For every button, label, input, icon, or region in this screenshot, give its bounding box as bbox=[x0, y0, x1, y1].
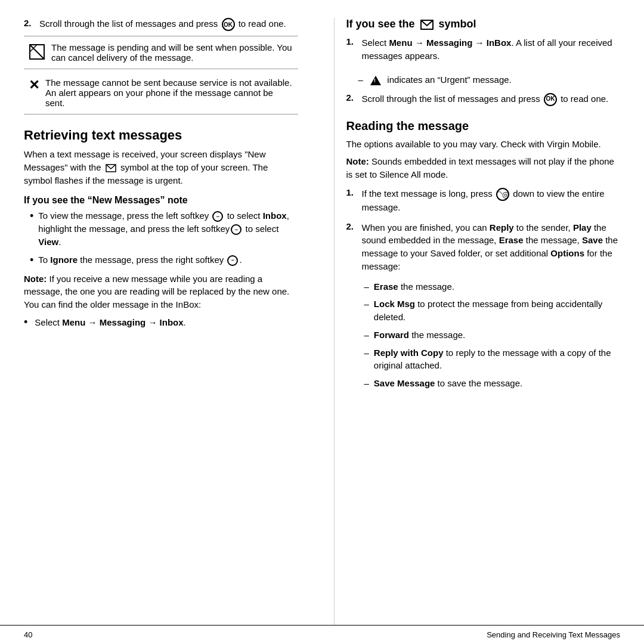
dash-sub: – bbox=[358, 75, 363, 85]
reading-step2-content: When you are finished, you can Reply to … bbox=[362, 221, 621, 273]
svg-line-1 bbox=[30, 45, 44, 59]
bullet-dot-2: • bbox=[30, 252, 33, 268]
reading-section-title: Reading the message bbox=[346, 119, 621, 133]
dash-items: – Erase the message. – Lock Msg to prote… bbox=[364, 280, 621, 390]
footer: 40 Sending and Receiving Text Messages bbox=[0, 625, 644, 644]
note-paragraph: Note: If you receive a new message while… bbox=[24, 273, 298, 311]
content-area: 2. Scroll through the list of messages a… bbox=[0, 18, 644, 625]
pending-icon bbox=[29, 44, 45, 62]
reading-intro: The options available to you may vary. C… bbox=[346, 138, 621, 151]
right-step1-sub: – indicates an “Urgent” message. bbox=[358, 75, 621, 85]
bullet2: • To Ignore the message, press the right… bbox=[30, 253, 298, 268]
right-envelope-icon bbox=[420, 20, 434, 30]
bullet2-content: To Ignore the message, press the right s… bbox=[38, 253, 242, 267]
x-icon: ✕ bbox=[29, 78, 39, 93]
right-step2: 2. Scroll through the list of messages a… bbox=[346, 92, 621, 106]
right-step2-content: Scroll through the list of messages and … bbox=[362, 92, 609, 106]
scroll-down-icon: ◠ bbox=[496, 188, 509, 201]
reading-step1-num: 1. bbox=[346, 187, 358, 197]
page-number: 40 bbox=[24, 630, 32, 639]
ok-button-icon: OK bbox=[222, 18, 235, 31]
right-step1-num: 1. bbox=[346, 36, 358, 47]
envelope-inline-icon bbox=[106, 164, 116, 172]
dash-erase: – Erase the message. bbox=[364, 280, 621, 293]
softkey-left-icon-1: − bbox=[212, 211, 223, 222]
inbox-bullet-content: Select Menu → Messaging → Inbox. bbox=[35, 317, 185, 327]
reading-step2: 2. When you are finished, you can Reply … bbox=[346, 221, 621, 273]
footer-right-text: Sending and Receiving Text Messages bbox=[487, 630, 620, 639]
reading-step1: 1. If the text message is long, press ◠ … bbox=[346, 187, 621, 214]
inbox-bullet-dot: • bbox=[24, 316, 27, 329]
dash-lock: – Lock Msg to protect the message from b… bbox=[364, 298, 621, 324]
page: 2. Scroll through the list of messages a… bbox=[0, 0, 644, 644]
softkey-right-icon: − bbox=[227, 255, 238, 266]
reading-step2-num: 2. bbox=[346, 221, 358, 231]
step2-num: 2. bbox=[24, 18, 36, 28]
dash-forward: – Forward the message. bbox=[364, 329, 621, 342]
ok-icon-right: OK bbox=[544, 93, 557, 106]
new-messages-bullets: • To view the message, press the left so… bbox=[24, 209, 298, 267]
reading-note: Note: Sounds embedded in text messages w… bbox=[346, 155, 621, 181]
new-messages-subtitle: If you see the “New Messages” note bbox=[24, 195, 298, 206]
right-step2-num: 2. bbox=[346, 92, 358, 103]
step2-text: Scroll through the list of messages and … bbox=[39, 18, 286, 31]
dash-reply-copy: – Reply with Copy to reply to the messag… bbox=[364, 346, 621, 373]
notice-pending-box: The message is pending and will be sent … bbox=[24, 36, 298, 69]
inbox-bullet: • Select Menu → Messaging → Inbox. bbox=[24, 317, 298, 329]
reading-step1-content: If the text message is long, press ◠ dow… bbox=[362, 187, 621, 214]
dash-save-message: – Save Message to save the message. bbox=[364, 377, 621, 390]
right-step1-content: Select Menu → Messaging → InBox. A list … bbox=[362, 36, 621, 63]
section-intro-p: When a text message is received, your sc… bbox=[24, 148, 298, 187]
softkey-left-icon-2: − bbox=[231, 224, 242, 235]
left-step2: 2. Scroll through the list of messages a… bbox=[24, 18, 298, 31]
right-step1: 1. Select Menu → Messaging → InBox. A li… bbox=[346, 36, 621, 85]
bullet1-content: To view the message, press the left soft… bbox=[38, 209, 298, 248]
notice2-text: The message cannot be sent because servi… bbox=[45, 78, 293, 108]
retrieving-section-title: Retrieving text messages bbox=[24, 128, 298, 143]
bullet1: • To view the message, press the left so… bbox=[30, 209, 298, 248]
bullet-dot-1: • bbox=[30, 208, 33, 224]
notice1-text: The message is pending and will be sent … bbox=[51, 42, 293, 63]
right-column: If you see the symbol 1. Select Menu → M… bbox=[334, 18, 621, 625]
left-column: 2. Scroll through the list of messages a… bbox=[24, 18, 310, 625]
right-header: If you see the symbol bbox=[346, 18, 621, 30]
urgent-triangle-icon bbox=[370, 76, 381, 85]
notice-error-box: ✕ The message cannot be sent because ser… bbox=[24, 72, 298, 114]
